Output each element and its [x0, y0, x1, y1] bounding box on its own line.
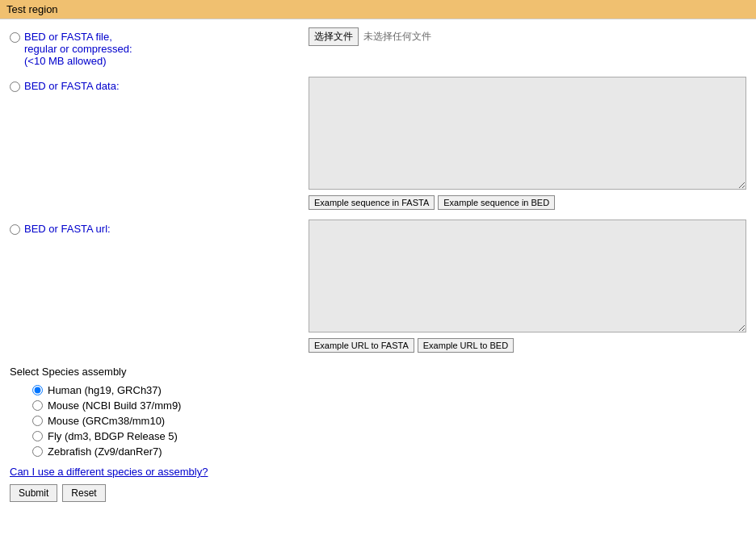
- data-textarea-section: BED or FASTA data: Example sequence in F…: [10, 77, 746, 210]
- data-radio[interactable]: [10, 82, 20, 92]
- reset-button[interactable]: Reset: [62, 484, 105, 502]
- file-radio[interactable]: [10, 32, 20, 43]
- species-radio-zebrafish[interactable]: [32, 446, 43, 457]
- url-example-buttons: Example URL to FASTA Example URL to BED: [309, 338, 746, 353]
- data-example-buttons: Example sequence in FASTA Example sequen…: [309, 195, 746, 210]
- url-section: BED or FASTA url: Example URL to FASTA E…: [10, 220, 746, 353]
- url-textarea[interactable]: [309, 220, 746, 332]
- choose-file-button[interactable]: 选择文件: [309, 27, 359, 46]
- data-label-text: BED or FASTA data:: [24, 80, 120, 92]
- data-label: BED or FASTA data:: [10, 77, 309, 92]
- different-species-link[interactable]: Can I use a different species or assembl…: [10, 466, 746, 478]
- file-upload-section: BED or FASTA file, regular or compressed…: [10, 27, 746, 67]
- data-input-col: Example sequence in FASTA Example sequen…: [309, 77, 746, 210]
- species-section: Select Species assembly Human (hg19, GRC…: [10, 366, 746, 502]
- file-label-line1: BED or FASTA file,: [24, 31, 132, 43]
- test-region-header: Test region: [0, 0, 756, 19]
- example-url-bed-button[interactable]: Example URL to BED: [418, 338, 514, 353]
- example-bed-button[interactable]: Example sequence in BED: [438, 195, 555, 210]
- list-item: Human (hg19, GRCh37): [32, 384, 746, 396]
- example-url-fasta-button[interactable]: Example URL to FASTA: [309, 338, 414, 353]
- url-label-text: BED or FASTA url:: [24, 223, 111, 235]
- species-label-zebrafish: Zebrafish (Zv9/danRer7): [48, 445, 162, 458]
- url-input-col: Example URL to FASTA Example URL to BED: [309, 220, 746, 353]
- species-label-fly: Fly (dm3, BDGP Release 5): [48, 430, 178, 442]
- list-item: Mouse (GRCm38/mm10): [32, 415, 746, 427]
- species-label-mouse-mm9: Mouse (NCBI Build 37/mm9): [48, 399, 181, 412]
- file-input-col: 选择文件 未选择任何文件: [309, 27, 746, 49]
- list-item: Zebrafish (Zv9/danRer7): [32, 445, 746, 458]
- file-label-line2: regular or compressed:: [24, 43, 132, 55]
- species-radio-fly[interactable]: [32, 431, 43, 441]
- list-item: Fly (dm3, BDGP Release 5): [32, 430, 746, 442]
- url-label: BED or FASTA url:: [10, 220, 309, 235]
- file-status-text: 未选择任何文件: [363, 30, 431, 44]
- species-label-mouse-mm10: Mouse (GRCm38/mm10): [48, 415, 165, 427]
- url-radio[interactable]: [10, 224, 20, 235]
- species-radio-human[interactable]: [32, 385, 43, 395]
- data-textarea[interactable]: [309, 77, 746, 190]
- species-radio-mouse-mm9[interactable]: [32, 400, 43, 411]
- file-row: 选择文件 未选择任何文件: [309, 27, 746, 46]
- species-list: Human (hg19, GRCh37) Mouse (NCBI Build 3…: [10, 384, 746, 458]
- file-label: BED or FASTA file, regular or compressed…: [10, 27, 309, 67]
- list-item: Mouse (NCBI Build 37/mm9): [32, 399, 746, 412]
- species-radio-mouse-mm10[interactable]: [32, 416, 43, 426]
- species-title: Select Species assembly: [10, 366, 746, 378]
- species-label-human: Human (hg19, GRCh37): [48, 384, 162, 396]
- submit-row: Submit Reset: [10, 484, 746, 502]
- example-fasta-button[interactable]: Example sequence in FASTA: [309, 195, 435, 210]
- submit-button[interactable]: Submit: [10, 484, 57, 502]
- header-title: Test region: [6, 3, 58, 15]
- file-size-note: (<10 MB allowed): [24, 55, 132, 67]
